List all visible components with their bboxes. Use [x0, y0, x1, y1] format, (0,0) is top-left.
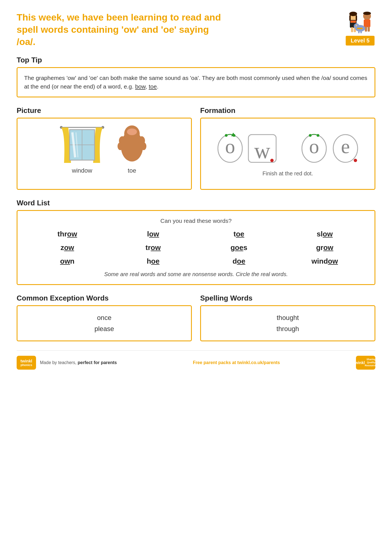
footer-center-text: Free parent packs at twinkl.co.uk/parent…	[193, 360, 280, 365]
svg-point-38	[233, 134, 235, 137]
word-item: toe	[197, 230, 281, 238]
word-item: window	[283, 257, 366, 266]
picture-formation-row: Picture	[17, 106, 375, 190]
word-list-footer: Some are real words and some are nonsens…	[26, 271, 366, 278]
spelling-words-column: Spelling Words thoughtthrough	[200, 294, 375, 341]
formation-column: Formation o	[200, 106, 375, 190]
ce-word: please	[95, 325, 114, 333]
svg-rect-2	[350, 21, 356, 23]
common-exception-box: onceplease	[17, 305, 192, 341]
svg-rect-6	[351, 27, 353, 32]
svg-rect-9	[364, 19, 370, 27]
footer-made-by-text: Made by teachers, perfect for parents	[40, 360, 117, 365]
picture-box: window	[17, 118, 192, 190]
tip-separator: ,	[146, 83, 149, 90]
svg-rect-11	[365, 27, 367, 32]
picture-column: Picture	[17, 106, 192, 190]
formation-ow: o	[216, 130, 278, 165]
word-item: goes	[197, 243, 281, 252]
formation-box: o	[200, 118, 375, 190]
common-exception-title: Common Exception Words	[17, 294, 192, 302]
svg-point-30	[127, 128, 137, 135]
top-tip-title: Top Tip	[17, 56, 375, 64]
word-list-title: Word List	[17, 199, 375, 207]
window-image	[60, 124, 104, 164]
twinkl-phonics-logo: twinkl phonics	[17, 356, 36, 370]
toe-label: toe	[128, 167, 136, 174]
page-footer: twinkl phonics Made by teachers, perfect…	[17, 350, 375, 370]
svg-rect-4	[349, 15, 351, 21]
word-item: doe	[197, 257, 281, 266]
tip-example1: bow	[135, 83, 145, 90]
svg-point-33	[118, 142, 123, 150]
common-exception-column: Common Exception Words onceplease	[17, 294, 192, 341]
formation-e-letter: e	[331, 130, 360, 164]
svg-rect-5	[356, 15, 357, 21]
svg-point-45	[317, 134, 319, 137]
svg-text:w: w	[254, 138, 270, 163]
word-item: throw	[26, 230, 109, 238]
picture-title: Picture	[17, 106, 192, 115]
formation-oe: o e	[300, 130, 360, 165]
tip-text-part2: .	[157, 83, 159, 90]
picture-item-window: window	[60, 124, 104, 174]
word-item: own	[26, 257, 109, 266]
svg-rect-17	[358, 31, 360, 33]
spelling-words-box: thoughtthrough	[200, 305, 375, 341]
formation-o2-letter: o	[300, 130, 329, 164]
svg-rect-12	[368, 27, 370, 32]
word-list-prompt: Can you read these words?	[26, 218, 366, 224]
word-item: trow	[112, 243, 195, 252]
formation-w-letter: w	[247, 130, 278, 164]
word-item: low	[112, 230, 195, 238]
svg-point-10	[363, 12, 371, 15]
picture-items: window	[60, 124, 149, 174]
page-header: This week, we have been learning to read…	[17, 11, 375, 48]
word-item: zow	[26, 243, 109, 252]
sw-word: through	[276, 325, 299, 333]
svg-point-41	[270, 159, 274, 162]
svg-text:e: e	[341, 135, 350, 158]
word-item: hoe	[112, 257, 195, 266]
svg-text:o: o	[309, 135, 319, 158]
character-illustration	[345, 11, 375, 35]
word-grid: throwlowtoeslowzowtrowgoesgrowownhoedoew…	[26, 230, 366, 266]
level-badge: Level 5	[346, 36, 375, 46]
formation-o-letter: o	[216, 130, 245, 164]
svg-rect-18	[360, 31, 362, 33]
svg-text:o: o	[225, 135, 235, 158]
header-title: This week, we have been learning to read…	[17, 11, 225, 48]
ce-word: once	[97, 314, 111, 322]
svg-rect-19	[357, 28, 363, 29]
svg-point-37	[225, 134, 228, 137]
footer-left: twinkl phonics Made by teachers, perfect…	[17, 356, 117, 370]
footer-perfect-for-parents: perfect for parents	[78, 360, 117, 365]
header-right: Level 5	[345, 11, 375, 46]
svg-point-16	[355, 25, 357, 26]
svg-point-48	[354, 159, 357, 162]
formation-letters-group: o	[216, 130, 360, 165]
window-label: window	[72, 167, 92, 174]
toe-image	[115, 124, 149, 164]
twinkl-logo-right: twinkl Sharing QualityResources	[356, 356, 375, 370]
word-item: grow	[283, 243, 366, 252]
sw-word: thought	[277, 314, 299, 322]
formation-title: Formation	[200, 106, 375, 115]
ce-sw-row: Common Exception Words onceplease Spelli…	[17, 294, 375, 341]
top-tip-box: The graphemes 'ow' and 'oe' can both mak…	[17, 67, 375, 97]
spelling-words-title: Spelling Words	[200, 294, 375, 302]
word-item: slow	[283, 230, 366, 238]
formation-caption: Finish at the red dot.	[263, 170, 313, 177]
svg-point-3	[349, 12, 357, 16]
svg-point-44	[309, 134, 312, 137]
svg-point-34	[141, 142, 146, 150]
tip-text-part1: The graphemes 'ow' and 'oe' can both mak…	[24, 75, 367, 90]
picture-item-toe: toe	[115, 124, 149, 174]
word-list-box: Can you read these words? throwlowtoeslo…	[17, 210, 375, 285]
tip-example2: toe	[149, 83, 157, 90]
